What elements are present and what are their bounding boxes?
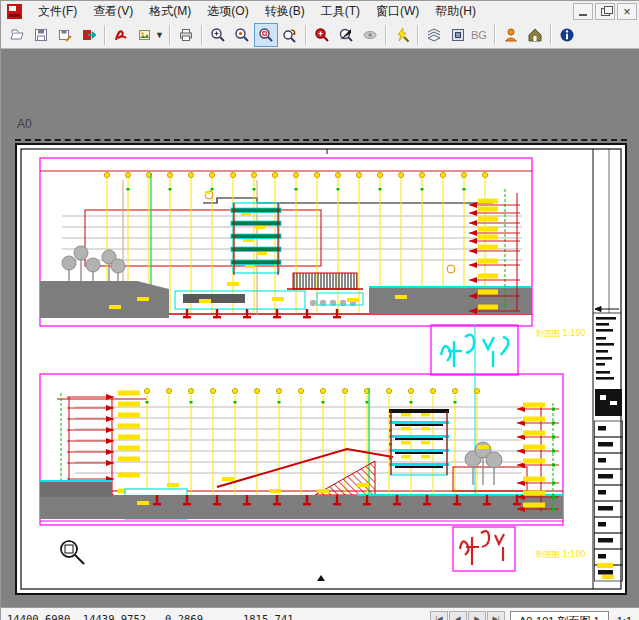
lower-detail-box: 剖面图 1:100 (453, 527, 586, 571)
zoom-1to1-button[interactable] (230, 23, 254, 47)
toolbar: ▼ BG (1, 22, 639, 49)
frame-icon (450, 27, 466, 43)
quick-mark-button[interactable] (390, 23, 414, 47)
user-button[interactable] (499, 23, 523, 47)
menu-options[interactable]: 选项(O) (199, 1, 256, 22)
tab-first-button[interactable]: |◀ (430, 611, 448, 620)
zoom-window-button[interactable] (254, 23, 278, 47)
layers-icon (426, 27, 442, 43)
status-bar: 14400.6980, 14439.9752 , 0.2869 1815,741… (1, 607, 639, 620)
toolbar-separator (550, 25, 552, 45)
home-button[interactable] (523, 23, 547, 47)
app-logo-icon (7, 4, 22, 19)
menu-tools[interactable]: 工具(T) (313, 1, 368, 22)
zoom-window-icon (258, 27, 274, 43)
sheet-tab-label: A0 (17, 117, 32, 131)
upper-caption: 剖面图 1:100 (536, 329, 586, 338)
zoom-1to1-icon (234, 27, 250, 43)
tab-prev-button[interactable]: ◀ (449, 611, 467, 620)
upper-section-drawing (40, 158, 532, 326)
menu-view[interactable]: 查看(V) (85, 1, 141, 22)
zoom-dynamic-icon (282, 27, 298, 43)
image-export-icon (137, 27, 153, 43)
eye-icon (362, 27, 378, 43)
close-button[interactable]: × (617, 3, 637, 20)
open-button[interactable] (5, 23, 29, 47)
toolbar-separator (169, 25, 171, 45)
status-info: 1815,741 (203, 608, 294, 620)
coordinate-readout: 14400.6980, 14439.9752 , 0.2869 (1, 608, 203, 620)
toolbar-separator (385, 25, 387, 45)
layout-tab[interactable]: A0-101 剖面图 1 (510, 611, 609, 620)
tab-last-button[interactable]: ▶| (487, 611, 505, 620)
lower-section-drawing (40, 374, 563, 525)
toolbar-separator (104, 25, 106, 45)
convert-icon (81, 27, 97, 43)
toolbar-separator (201, 25, 203, 45)
folder-open-icon (9, 27, 25, 43)
convert-button[interactable] (77, 23, 101, 47)
minimize-button[interactable] (573, 3, 593, 20)
zoom-previous-button[interactable] (334, 23, 358, 47)
zoom-extents-icon (314, 27, 330, 43)
export-dropdown-caret-icon[interactable]: ▼ (155, 30, 164, 40)
zoom-previous-icon (338, 27, 354, 43)
bg-toggle-label[interactable]: BG (471, 29, 487, 41)
print-icon (178, 27, 194, 43)
print-button[interactable] (174, 23, 198, 47)
drawing-canvas[interactable]: A0 剖面图 1:100剖面图 1:100 (1, 49, 639, 607)
layout-tab-bar: |◀ ◀ ▶ ▶| A0-101 剖面图 1 1:1 (430, 608, 639, 620)
toolbar-separator (305, 25, 307, 45)
frame-bg-button[interactable] (446, 23, 470, 47)
view-button[interactable] (358, 23, 382, 47)
cad-drawing: 剖面图 1:100剖面图 1:100 (17, 145, 625, 593)
save-as-button[interactable] (53, 23, 77, 47)
info-icon (559, 27, 575, 43)
lightning-pen-icon (394, 27, 410, 43)
user-icon (503, 27, 519, 43)
info-button[interactable] (555, 23, 579, 47)
menu-help[interactable]: 帮助(H) (427, 1, 484, 22)
zoom-in-button[interactable] (206, 23, 230, 47)
app-window: 文件(F) 查看(V) 格式(M) 选项(O) 转换(B) 工具(T) 窗口(W… (0, 0, 639, 620)
toolbar-separator (417, 25, 419, 45)
paper-edge-dashed-line (15, 139, 627, 141)
scale-label: 1:1 (609, 611, 639, 620)
toolbar-separator (494, 25, 496, 45)
drawing-sheet[interactable]: 剖面图 1:100剖面图 1:100 (15, 143, 627, 595)
menu-bar: 文件(F) 查看(V) 格式(M) 选项(O) 转换(B) 工具(T) 窗口(W… (1, 1, 639, 22)
menu-format[interactable]: 格式(M) (141, 1, 199, 22)
image-export-button[interactable] (133, 23, 157, 47)
tab-next-button[interactable]: ▶ (468, 611, 486, 620)
home-icon (527, 27, 543, 43)
zoom-cursor-icon (61, 541, 84, 564)
minimize-icon (579, 14, 587, 16)
menu-file[interactable]: 文件(F) (30, 1, 85, 22)
restore-button[interactable] (595, 3, 615, 20)
layers-button[interactable] (422, 23, 446, 47)
zoom-dynamic-button[interactable] (278, 23, 302, 47)
zoom-in-icon (210, 27, 226, 43)
restore-icon (601, 8, 610, 16)
zoom-extents-button[interactable] (310, 23, 334, 47)
lower-caption: 剖面图 1:100 (536, 550, 586, 559)
window-controls: × (571, 3, 637, 20)
save-as-icon (57, 27, 73, 43)
title-block (593, 149, 623, 589)
save-button[interactable] (29, 23, 53, 47)
menu-window[interactable]: 窗口(W) (368, 1, 427, 22)
close-icon: × (623, 7, 630, 17)
pdf-icon (113, 27, 129, 43)
menu-convert[interactable]: 转换(B) (257, 1, 313, 22)
pdf-export-button[interactable] (109, 23, 133, 47)
save-icon (33, 27, 49, 43)
